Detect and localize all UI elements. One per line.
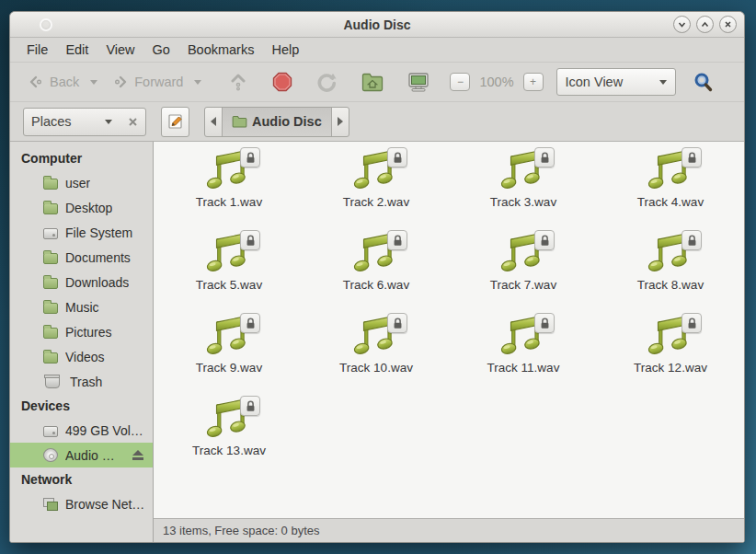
file-item[interactable]: Track 4.wav bbox=[597, 149, 744, 232]
statusbar: 13 items, Free space: 0 bytes bbox=[154, 518, 744, 542]
breadcrumb-item-current[interactable]: Audio Disc bbox=[222, 108, 332, 136]
file-item[interactable]: Track 5.wav bbox=[155, 232, 303, 315]
sidebar-item-icon bbox=[43, 426, 58, 437]
breadcrumb: Audio Disc bbox=[204, 107, 349, 137]
sidebar-item[interactable]: Trash bbox=[10, 369, 153, 394]
up-arrow-icon bbox=[228, 72, 248, 92]
zoom-out-button[interactable]: − bbox=[450, 73, 470, 91]
file-item[interactable]: Track 11.wav bbox=[450, 315, 597, 398]
forward-button[interactable]: Forward bbox=[108, 70, 188, 94]
menu-item[interactable]: Go bbox=[153, 42, 170, 57]
lock-icon bbox=[538, 234, 552, 248]
computer-button[interactable] bbox=[405, 69, 432, 96]
sidebar-item-icon bbox=[43, 203, 58, 214]
icon-view-grid[interactable]: Track 1.wav bbox=[154, 142, 744, 518]
edit-location-button[interactable] bbox=[161, 107, 189, 137]
sidebar-item-label: Downloads bbox=[65, 275, 129, 290]
file-item[interactable]: Track 13.wav bbox=[155, 398, 303, 480]
lock-emblem bbox=[240, 313, 260, 333]
sidebar-item[interactable]: Music bbox=[10, 294, 153, 319]
location-bar: Places Audio Disc bbox=[10, 102, 744, 142]
sidebar-item[interactable]: Desktop bbox=[10, 195, 153, 220]
file-item[interactable]: Track 7.wav bbox=[450, 232, 597, 315]
sidebar-item-label: Music bbox=[65, 300, 99, 315]
home-button[interactable] bbox=[359, 69, 386, 95]
sidebar-computer-items: user Desktop File System bbox=[10, 170, 153, 394]
sidebar-item-label: Trash bbox=[70, 375, 102, 389]
chevron-down-icon bbox=[105, 120, 112, 124]
sidebar-item[interactable]: Pictures bbox=[10, 319, 153, 344]
menu-item[interactable]: Bookmarks bbox=[188, 42, 255, 57]
file-item[interactable]: Track 9.wav bbox=[155, 315, 303, 398]
lock-emblem bbox=[534, 313, 555, 333]
sidebar-item-label: File System bbox=[65, 225, 132, 240]
view-mode-select[interactable]: Icon View bbox=[556, 68, 676, 96]
sidebar-item-icon bbox=[43, 179, 58, 190]
sidebar-item-icon bbox=[43, 328, 58, 339]
sidebar-item[interactable]: user bbox=[10, 170, 153, 195]
file-item[interactable]: Track 6.wav bbox=[303, 232, 450, 315]
places-dropdown[interactable]: Places bbox=[24, 114, 120, 129]
sidebar-section-network: Network bbox=[10, 467, 153, 491]
menubar: FileEditViewGoBookmarksHelp bbox=[10, 38, 744, 63]
sidebar-section-computer: Computer bbox=[10, 146, 153, 170]
home-icon bbox=[361, 72, 384, 92]
sidebar-item-icon bbox=[43, 278, 58, 289]
sidebar-item[interactable]: 499 GB Vol… bbox=[10, 418, 153, 443]
sidebar-item[interactable]: Downloads bbox=[10, 270, 153, 294]
sidebar-item[interactable]: File System bbox=[10, 220, 153, 245]
menu-item[interactable]: File bbox=[27, 42, 48, 57]
lock-emblem bbox=[682, 147, 702, 167]
forward-icon bbox=[112, 74, 129, 90]
file-item[interactable]: Track 8.wav bbox=[597, 232, 744, 315]
menu-item[interactable]: View bbox=[106, 42, 134, 57]
eject-icon[interactable] bbox=[132, 450, 143, 460]
places-sidebar: Computer user Desktop bbox=[10, 142, 154, 542]
maximize-button[interactable] bbox=[696, 16, 714, 33]
back-button[interactable]: Back bbox=[23, 70, 84, 94]
lock-icon bbox=[538, 151, 552, 165]
sidebar-item[interactable]: Browse Net… bbox=[10, 491, 153, 516]
lock-emblem bbox=[387, 230, 407, 250]
edit-location-icon bbox=[167, 113, 184, 130]
close-side-pane-button[interactable] bbox=[120, 117, 145, 127]
search-button[interactable] bbox=[690, 69, 716, 96]
lock-emblem bbox=[534, 147, 555, 167]
file-item[interactable]: Track 10.wav bbox=[303, 315, 450, 398]
titlebar[interactable]: Audio Disc bbox=[10, 12, 744, 38]
breadcrumb-back-button[interactable] bbox=[205, 108, 222, 136]
toolbar: Back Forward − 100% + Ic bbox=[10, 63, 744, 102]
refresh-button[interactable] bbox=[314, 69, 340, 96]
lock-icon bbox=[685, 151, 699, 165]
lock-emblem bbox=[682, 313, 702, 333]
close-button[interactable] bbox=[719, 16, 737, 33]
menu-item[interactable]: Edit bbox=[65, 42, 88, 57]
file-item[interactable]: Track 2.wav bbox=[303, 149, 450, 232]
sidebar-item-label: Desktop bbox=[65, 201, 112, 215]
menu-item[interactable]: Help bbox=[271, 42, 299, 57]
sidebar-item[interactable]: Audio … bbox=[10, 443, 153, 467]
lock-icon bbox=[391, 234, 405, 248]
chevron-down-icon bbox=[194, 80, 201, 85]
lock-emblem bbox=[240, 396, 260, 416]
file-item[interactable]: Track 12.wav bbox=[597, 315, 744, 398]
sidebar-item[interactable]: Documents bbox=[10, 245, 153, 270]
chevron-down-icon bbox=[659, 80, 667, 85]
breadcrumb-forward-button[interactable] bbox=[332, 108, 349, 136]
sidebar-item[interactable]: Videos bbox=[10, 344, 153, 369]
lock-emblem bbox=[682, 230, 702, 250]
sidebar-section-devices: Devices bbox=[10, 394, 153, 418]
back-icon bbox=[28, 74, 44, 90]
up-button[interactable] bbox=[225, 69, 251, 95]
forward-history-dropdown[interactable] bbox=[188, 76, 212, 88]
back-history-dropdown[interactable] bbox=[84, 76, 108, 88]
close-icon bbox=[128, 117, 138, 127]
places-label: Places bbox=[31, 114, 72, 129]
forward-label: Forward bbox=[134, 75, 183, 89]
shade-button[interactable] bbox=[673, 16, 691, 33]
file-item[interactable]: Track 1.wav bbox=[155, 149, 303, 232]
file-item[interactable]: Track 3.wav bbox=[450, 149, 597, 232]
zoom-in-button[interactable]: + bbox=[523, 73, 544, 91]
status-text: 13 items, Free space: 0 bytes bbox=[163, 524, 320, 537]
stop-button[interactable] bbox=[269, 69, 295, 95]
